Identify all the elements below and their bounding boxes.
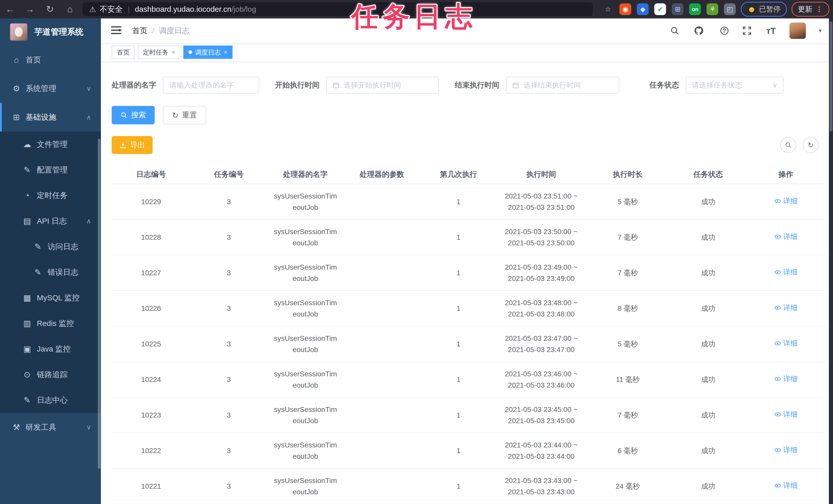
sidebar-item-label: 错误日志	[48, 267, 78, 278]
reload-icon[interactable]: ↻	[40, 4, 60, 15]
sidebar-item-api-log[interactable]: ▤API 日志∧	[0, 208, 101, 234]
log-id-cell: 10227	[112, 267, 191, 279]
ext-puzzle-icon[interactable]: ◰	[724, 3, 736, 15]
detail-link[interactable]: 详细	[774, 196, 798, 207]
active-dot-icon	[188, 50, 192, 54]
refresh-icon[interactable]: ↻	[803, 137, 819, 153]
hamburger-icon[interactable]	[111, 26, 121, 35]
address-bar[interactable]: ⚠ 不安全 | dashboard.yudao.iocoder.cn /job/…	[82, 2, 593, 16]
detail-link[interactable]: 详细	[774, 409, 798, 420]
close-icon[interactable]: ×	[224, 49, 228, 55]
github-icon[interactable]	[693, 25, 705, 36]
sidebar-item-infrastructure[interactable]: ⊞基础设施∧	[0, 103, 101, 131]
back-icon[interactable]: ←	[0, 4, 20, 15]
sidebar-item-label: 基础设施	[26, 112, 56, 123]
sidebar-item-label: 访问日志	[48, 242, 78, 252]
sidebar-item-dev-tools[interactable]: ⚒研发工具∨	[0, 413, 101, 442]
user-avatar[interactable]	[789, 23, 806, 39]
ext-green-check-icon[interactable]: ✔	[654, 3, 666, 15]
filter-form: 处理器的名字 开始执行时间 结束执行时间	[112, 77, 833, 94]
font-size-icon[interactable]: тT	[765, 25, 777, 36]
update-badge[interactable]: 更新 ⋮	[791, 2, 829, 17]
home-icon[interactable]: ⌂	[60, 4, 80, 15]
ext-on-switch-icon[interactable]: on	[689, 3, 701, 15]
duration-cell: 8 毫秒	[586, 303, 670, 314]
menu-kebab-icon[interactable]: ⋮	[815, 5, 823, 14]
execute-index-cell: 1	[420, 481, 497, 492]
detail-link[interactable]: 详细	[774, 302, 798, 313]
bookmark-star-icon[interactable]: ☆	[602, 3, 614, 15]
end-time-input[interactable]	[506, 77, 619, 94]
paused-badge[interactable]: ☻ 已暂停	[741, 2, 787, 17]
ext-leaf-icon[interactable]: ⚘	[707, 3, 718, 15]
toolbox-icon: ⚒	[11, 422, 22, 432]
gear-icon: ⚙	[11, 84, 22, 93]
sidebar-item-cron-job[interactable]: ◔定时任务	[0, 183, 101, 208]
sidebar-item-system-admin[interactable]: ⚙系统管理∨	[0, 74, 101, 103]
fullscreen-icon[interactable]	[741, 25, 753, 36]
sidebar-item-access-log[interactable]: ✎访问日志	[0, 234, 101, 259]
sidebar-item-home[interactable]: ⌂首页	[0, 46, 101, 74]
toggle-search-icon[interactable]	[780, 137, 796, 153]
tag-调度日志[interactable]: 调度日志×	[183, 46, 233, 59]
breadcrumb-home[interactable]: 首页	[132, 26, 147, 36]
url-path: /job/log	[232, 5, 256, 14]
detail-link[interactable]: 详细	[774, 338, 798, 349]
ext-grid-icon[interactable]: ⊞	[672, 3, 684, 15]
handler-name-cell: sysUserSessionTimeoutJob	[267, 333, 344, 355]
status-select[interactable]: 请选择任务状态 ∨	[686, 77, 784, 94]
sidebar-item-label: Redis 监控	[37, 318, 74, 329]
sidebar-item-trace[interactable]: ⊙链路追踪	[0, 362, 101, 387]
reset-button[interactable]: ↻ 重置	[163, 106, 206, 124]
sidebar-logo-row[interactable]: 芋道管理系统	[0, 19, 101, 46]
column-header: 任务状态	[670, 169, 746, 180]
tag-首页[interactable]: 首页	[112, 46, 135, 59]
forward-icon[interactable]: →	[20, 4, 40, 15]
job-id-cell: 3	[191, 481, 267, 492]
status-cell: 成功	[670, 267, 746, 279]
sidebar-item-file-manage[interactable]: ☁文件管理	[0, 131, 101, 157]
ext-blue-gem-icon[interactable]: ◆	[637, 3, 649, 15]
table-row: 102263sysUserSessionTimeoutJob12021-05-0…	[112, 291, 825, 326]
chevron-down-icon[interactable]: ▾	[819, 27, 822, 34]
sidebar-item-java-monitor[interactable]: ▣Java 监控	[0, 336, 101, 362]
handler-name-input[interactable]	[163, 77, 259, 94]
handler-name-cell: sysUserSessionTimeoutJob	[267, 262, 344, 284]
column-header: 日志编号	[112, 169, 191, 180]
page-content: 处理器的名字 开始执行时间 结束执行时间	[101, 62, 833, 504]
job-id-cell: 3	[191, 303, 267, 314]
cloud-upload-icon: ☁	[22, 140, 32, 149]
sidebar-item-label: 链路追踪	[37, 370, 68, 380]
window-scrollbar[interactable]	[829, 19, 833, 504]
search-icon[interactable]	[669, 25, 681, 36]
sidebar-item-redis-monitor[interactable]: ▥Redis 监控	[0, 310, 101, 336]
sidebar-item-mysql-monitor[interactable]: ▦MySQL 监控	[0, 285, 101, 310]
sidebar-item-log-center[interactable]: ✎日志中心	[0, 387, 101, 413]
operation-cell: 详细	[746, 338, 825, 350]
help-icon[interactable]: ?	[717, 25, 729, 36]
handler-name-cell: sysUserSessionTimeoutJob	[267, 369, 344, 391]
app-logo	[10, 23, 28, 41]
doc-edit-icon: ✎	[33, 267, 43, 277]
detail-label: 详细	[783, 480, 798, 491]
ext-orange-ring-icon[interactable]: ◉	[619, 3, 631, 15]
status-cell: 成功	[670, 232, 746, 243]
start-time-input[interactable]	[326, 77, 439, 94]
breadcrumb-current: 调度日志	[159, 26, 190, 36]
window-scrollbar-thumb[interactable]	[829, 22, 832, 131]
overlay-annotation-title: 任务日志	[351, 0, 476, 35]
sidebar-item-error-log[interactable]: ✎错误日志	[0, 259, 101, 285]
sidebar-scrollbar[interactable]	[98, 138, 100, 469]
detail-link[interactable]: 详细	[774, 373, 798, 384]
detail-link[interactable]: 详细	[774, 445, 798, 456]
detail-link[interactable]: 详细	[774, 480, 798, 491]
export-button[interactable]: 导出	[112, 136, 152, 154]
execute-index-cell: 1	[420, 410, 497, 421]
detail-link[interactable]: 详细	[774, 231, 798, 242]
close-icon[interactable]: ×	[171, 49, 175, 55]
search-button[interactable]: 搜索	[112, 106, 155, 124]
table-row: 102223sysUserSessionTimeoutJob12021-05-0…	[112, 433, 825, 469]
detail-link[interactable]: 详细	[774, 267, 798, 278]
tag-定时任务[interactable]: 定时任务×	[138, 46, 180, 59]
sidebar-item-config-manage[interactable]: ✎配置管理	[0, 157, 101, 183]
